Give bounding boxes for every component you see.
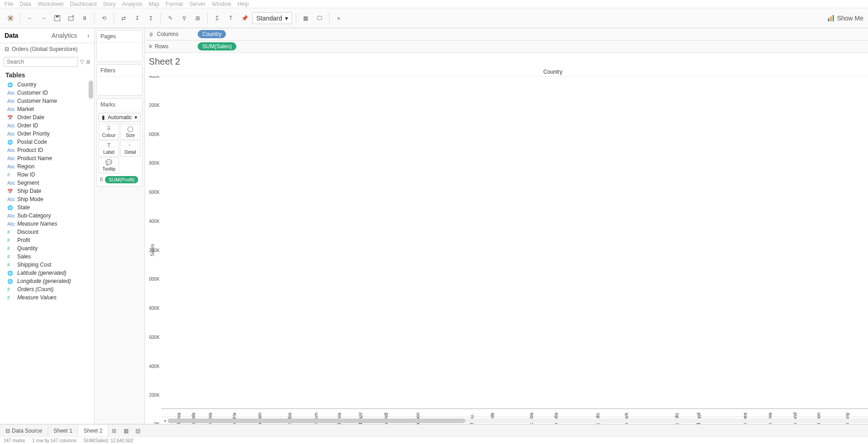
pages-shelf[interactable] — [97, 43, 142, 61]
field-measure-values[interactable]: #Measure Values — [5, 293, 92, 302]
menu-server[interactable]: Server — [190, 1, 205, 7]
field-segment[interactable]: AbcSegment — [5, 179, 92, 187]
field-ship-date[interactable]: 📅Ship Date — [5, 187, 92, 195]
group-button[interactable]: ⊞ — [192, 12, 204, 24]
colour-pill[interactable]: SUM(Profit) — [105, 176, 138, 183]
tab-data[interactable]: Data — [0, 28, 47, 43]
sheet-title[interactable]: Sheet 2 — [149, 56, 868, 69]
menu-data[interactable]: Data — [20, 1, 31, 7]
field-customer-name[interactable]: AbcCustomer Name — [5, 97, 92, 105]
field-order-date[interactable]: 📅Order Date — [5, 113, 92, 121]
marks-type-dropdown[interactable]: ▮ Automatic ▾ — [99, 113, 140, 122]
field-quantity[interactable]: #Quantity — [5, 244, 92, 252]
field-order-priority[interactable]: AbcOrder Priority — [5, 130, 92, 138]
pin-button[interactable]: 📌 — [239, 12, 250, 24]
presentation-mode-button[interactable]: 🖵 — [314, 12, 325, 24]
new-worksheet-icon[interactable]: ⊞ — [108, 428, 120, 434]
field-market[interactable]: AbcMarket — [5, 105, 92, 113]
redo-button[interactable]: → — [38, 12, 50, 24]
scroll-thumb[interactable] — [168, 419, 465, 423]
filters-header: Filters — [97, 65, 142, 77]
undo-button[interactable]: ← — [24, 12, 36, 24]
menu-analysis[interactable]: Analysis — [122, 1, 143, 7]
menu-format[interactable]: Format — [166, 1, 183, 7]
show-labels-button[interactable]: T — [225, 12, 237, 24]
rows-shelf[interactable]: SUM(Sales) — [198, 42, 868, 50]
field-ship-mode[interactable]: AbcShip Mode — [5, 195, 92, 203]
field-profit[interactable]: #Profit — [5, 236, 92, 244]
marks-size-button[interactable]: ◯Size — [120, 124, 140, 140]
collapse-icon[interactable]: ‹ — [87, 32, 90, 39]
field-measure-names[interactable]: AbcMeasure Names — [5, 220, 92, 228]
menu-map[interactable]: Map — [149, 1, 159, 7]
field-sub-category[interactable]: AbcSub-Category — [5, 212, 92, 220]
field-product-name[interactable]: AbcProduct Name — [5, 154, 92, 162]
swap-button[interactable]: ⇄ — [118, 12, 130, 24]
bars-area[interactable] — [161, 76, 868, 409]
field-discount[interactable]: #Discount — [5, 228, 92, 236]
tab-sheet1[interactable]: Sheet 1 — [48, 425, 78, 436]
search-input[interactable] — [4, 57, 78, 67]
field-postal-code[interactable]: 🌐Postal Code — [5, 138, 92, 146]
num-icon: # — [7, 287, 15, 292]
colour-pill-row[interactable]: ⠿ SUM(Profit) — [99, 175, 140, 184]
field-product-id[interactable]: AbcProduct ID — [5, 146, 92, 154]
abc-icon: Abc — [7, 148, 15, 153]
totals-button[interactable]: Σ — [211, 12, 223, 24]
x-label: Colombia — [510, 409, 529, 416]
tab-data-source[interactable]: ⊟Data Source — [0, 425, 48, 436]
scroll-track[interactable] — [168, 419, 868, 423]
save-button[interactable] — [51, 12, 63, 24]
marks-tooltip-button[interactable]: 💬Tooltip — [99, 157, 119, 173]
field-state[interactable]: 🌐State — [5, 203, 92, 212]
field-country[interactable]: 🌐Country — [5, 81, 92, 89]
rows-pill-sales[interactable]: SUM(Sales) — [198, 42, 236, 50]
scroll-left-arrow[interactable]: ◂ — [161, 418, 168, 423]
field-orders-count-[interactable]: #Orders (Count) — [5, 285, 92, 293]
view-toggle-icon[interactable]: ≣ — [86, 59, 90, 65]
menu-worksheet[interactable]: Worksheet — [38, 1, 64, 7]
date-icon: 📅 — [7, 189, 15, 194]
sort-desc-button[interactable]: ↥ — [145, 12, 157, 24]
marks-detail-button[interactable]: ⠂Detail — [120, 141, 140, 156]
tab-analytics[interactable]: Analytics‹ — [47, 28, 95, 43]
new-dashboard-icon[interactable]: ▦ — [120, 428, 132, 434]
datasource-row[interactable]: ⊟ Orders (Global Superstore) — [0, 43, 94, 55]
datasource-icon: ⊟ — [5, 46, 9, 52]
field-shipping-cost[interactable]: #Shipping Cost — [5, 261, 92, 269]
new-worksheet-button[interactable]: ⟲ — [98, 12, 110, 24]
columns-shelf[interactable]: Country — [198, 30, 868, 38]
field-row-id[interactable]: #Row ID — [5, 171, 92, 179]
menu-dashboard[interactable]: Dashboard — [70, 1, 97, 7]
field-customer-id[interactable]: AbcCustomer ID — [5, 89, 92, 97]
horizontal-scrollbar[interactable]: ◂ ▸ — [161, 417, 868, 424]
filter-icon[interactable]: ▽ — [80, 59, 84, 65]
highlight-button[interactable]: ⚲ — [178, 12, 190, 24]
field-region[interactable]: AbcRegion — [5, 162, 92, 171]
field-order-id[interactable]: AbcOrder ID — [5, 121, 92, 130]
field-longitude-generated-[interactable]: 🌐Longitude (generated) — [5, 277, 92, 285]
show-cards-button[interactable]: ▦ — [300, 12, 312, 24]
show-me-button[interactable]: Show Me — [828, 15, 863, 22]
field-label: Order ID — [17, 122, 38, 129]
share-button[interactable]: ∝ — [333, 12, 345, 24]
fit-dropdown[interactable]: Standard▾ — [252, 12, 292, 24]
pause-updates-button[interactable]: ⏸ — [79, 12, 90, 24]
menu-help[interactable]: Help — [238, 1, 249, 7]
menu-window[interactable]: Window — [212, 1, 231, 7]
scrollbar-thumb[interactable] — [89, 81, 93, 99]
chart[interactable]: Sales 2400K2200K2000K1800K1600K1400K1200… — [149, 76, 868, 424]
marks-colour-button[interactable]: ⠿Colour — [99, 124, 119, 140]
field-sales[interactable]: #Sales — [5, 252, 92, 261]
columns-pill-country[interactable]: Country — [198, 30, 226, 38]
tab-sheet2[interactable]: Sheet 2 — [78, 425, 108, 436]
marks-label-button[interactable]: TLabel — [99, 141, 119, 156]
new-datasource-button[interactable] — [65, 12, 77, 24]
field-latitude-generated-[interactable]: 🌐Latitude (generated) — [5, 269, 92, 277]
filters-shelf[interactable] — [97, 77, 142, 95]
clear-button[interactable]: ✎ — [165, 12, 176, 24]
menu-file[interactable]: File — [5, 1, 13, 7]
new-story-icon[interactable]: ▤ — [132, 428, 144, 434]
sort-asc-button[interactable]: ↧ — [131, 12, 143, 24]
menu-story[interactable]: Story — [103, 1, 116, 7]
